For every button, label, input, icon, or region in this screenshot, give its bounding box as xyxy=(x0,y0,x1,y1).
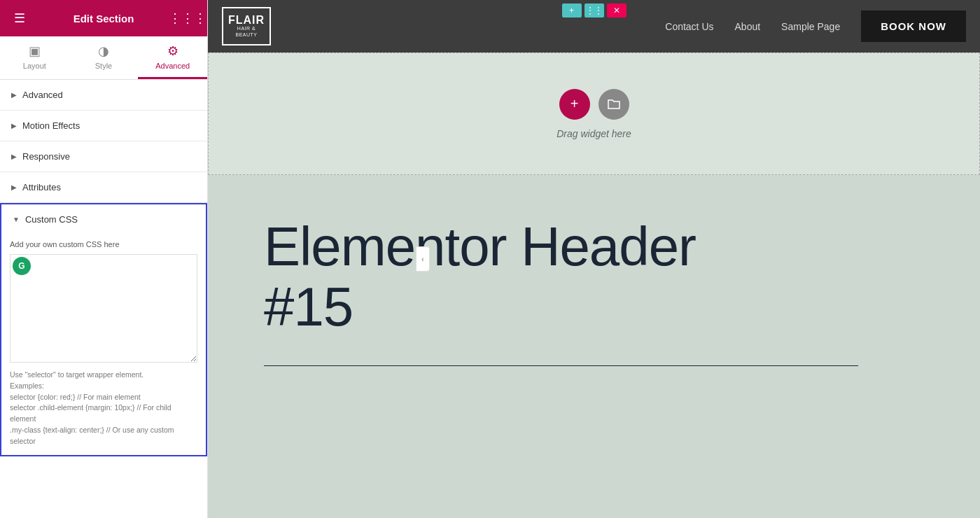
main-divider xyxy=(264,365,858,366)
css-editor-wrapper: G xyxy=(10,254,197,363)
css-textarea[interactable] xyxy=(10,254,197,363)
close-section-button[interactable]: ✕ xyxy=(607,4,626,18)
accordion-attributes-label: Attributes xyxy=(22,182,61,192)
logo-sub-text: HAIR & BEAUTY xyxy=(226,26,267,38)
chevron-down-icon: ▼ xyxy=(13,216,20,223)
nav-contact-link[interactable]: Contact Us xyxy=(665,21,713,32)
accordion-advanced-label: Advanced xyxy=(22,90,63,100)
collapse-panel-button[interactable]: ‹ xyxy=(416,246,430,272)
style-icon: ◑ xyxy=(98,43,109,59)
accordion-motion-label: Motion Effects xyxy=(22,120,80,131)
drag-widget-section: + Drag widget here xyxy=(208,52,980,175)
tab-layout[interactable]: ▣ Layout xyxy=(0,36,69,79)
tab-style[interactable]: ◑ Style xyxy=(69,36,139,79)
move-handle-button[interactable]: ⋮⋮ xyxy=(584,4,604,18)
grammarly-button[interactable]: G xyxy=(13,257,31,275)
hamburger-icon[interactable]: ☰ xyxy=(11,10,28,27)
widget-action-buttons: + xyxy=(559,89,629,120)
accordion-attributes: ▶ Attributes xyxy=(0,172,207,203)
right-content: + ⋮⋮ ✕ FLAIR HAIR & BEAUTY Contact Us Ab… xyxy=(208,0,980,518)
heading-line1: Elementor Header xyxy=(264,216,696,277)
css-field-label: Add your own custom CSS here xyxy=(10,240,197,248)
main-content-section: Elementor Header #15 xyxy=(208,175,980,518)
accordion-responsive: ▶ Responsive xyxy=(0,141,207,172)
add-element-button[interactable]: + xyxy=(559,89,590,120)
tabs-bar: ▣ Layout ◑ Style ⚙ Advanced xyxy=(0,36,207,80)
advanced-icon: ⚙ xyxy=(167,43,178,59)
css-hint: Use "selector" to target wrapper element… xyxy=(10,370,197,447)
grid-icon[interactable]: ⋮⋮⋮ xyxy=(179,10,196,27)
add-widget-button[interactable]: + xyxy=(562,4,582,18)
tab-advanced-label: Advanced xyxy=(155,62,190,70)
add-template-button[interactable] xyxy=(598,89,629,120)
website-navbar: + ⋮⋮ ✕ FLAIR HAIR & BEAUTY Contact Us Ab… xyxy=(208,0,980,52)
logo-brand-text: FLAIR xyxy=(228,15,265,26)
logo-box: FLAIR HAIR & BEAUTY xyxy=(222,7,271,46)
accordion-responsive-header[interactable]: ▶ Responsive xyxy=(0,141,207,172)
accordion-motion-header[interactable]: ▶ Motion Effects xyxy=(0,111,207,141)
nav-links: Contact Us About Sample Page BOOK NOW xyxy=(665,10,966,42)
drag-widget-text: Drag widget here xyxy=(556,128,631,139)
tab-style-label: Style xyxy=(95,62,112,70)
panel-header: ☰ Edit Section ⋮⋮⋮ xyxy=(0,0,207,36)
accordion-responsive-label: Responsive xyxy=(22,151,70,162)
chevron-right-icon: ▶ xyxy=(11,122,17,130)
chevron-right-icon: ▶ xyxy=(11,183,17,191)
logo-area: FLAIR HAIR & BEAUTY xyxy=(222,7,271,46)
tab-layout-label: Layout xyxy=(23,62,46,70)
tab-advanced[interactable]: ⚙ Advanced xyxy=(138,36,207,79)
nav-about-link[interactable]: About xyxy=(735,21,761,32)
custom-css-header[interactable]: ▼ Custom CSS xyxy=(1,204,206,234)
accordion-advanced-header[interactable]: ▶ Advanced xyxy=(0,80,207,110)
right-wrapper: + ⋮⋮ ✕ FLAIR HAIR & BEAUTY Contact Us Ab… xyxy=(208,0,980,518)
panel-title: Edit Section xyxy=(74,13,134,24)
layout-icon: ▣ xyxy=(29,43,41,59)
chevron-right-icon: ▶ xyxy=(11,153,17,160)
main-heading: Elementor Header #15 xyxy=(264,217,924,337)
left-panel: ☰ Edit Section ⋮⋮⋮ ▣ Layout ◑ Style ⚙ Ad… xyxy=(0,0,208,518)
nav-toolbar: + ⋮⋮ ✕ xyxy=(562,4,626,18)
custom-css-body: Add your own custom CSS here G Use "sele… xyxy=(1,234,206,455)
custom-css-label: Custom CSS xyxy=(25,214,78,225)
book-now-button[interactable]: BOOK NOW xyxy=(861,10,966,42)
custom-css-section: ▼ Custom CSS Add your own custom CSS her… xyxy=(0,203,207,456)
chevron-right-icon: ▶ xyxy=(11,91,17,99)
nav-sample-link[interactable]: Sample Page xyxy=(781,21,840,32)
accordion-motion: ▶ Motion Effects xyxy=(0,111,207,141)
heading-line2: #15 xyxy=(264,276,353,337)
accordion-advanced: ▶ Advanced xyxy=(0,80,207,111)
accordion-attributes-header[interactable]: ▶ Attributes xyxy=(0,172,207,202)
